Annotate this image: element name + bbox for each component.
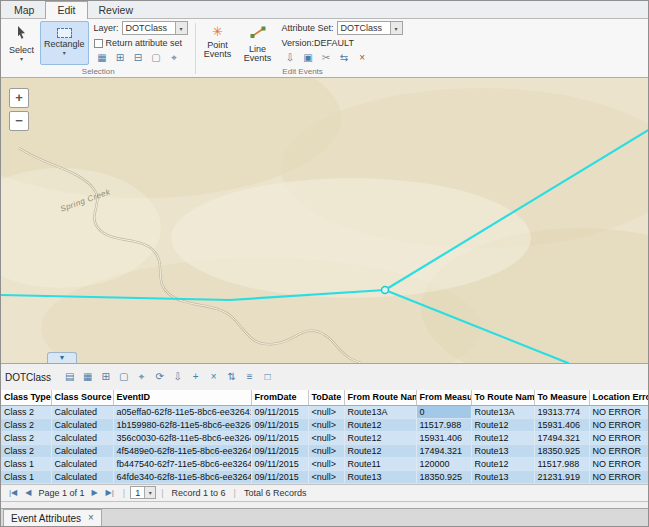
column-header[interactable]: FromDate: [251, 390, 308, 405]
next-page-button[interactable]: ▶: [87, 488, 101, 497]
select-button[interactable]: Select ▾: [5, 21, 38, 65]
table-cell[interactable]: Route13: [344, 470, 416, 483]
table-cell[interactable]: NO ERROR: [589, 405, 648, 418]
table-cell[interactable]: 0: [416, 405, 471, 418]
table-cell[interactable]: Route12: [344, 444, 416, 457]
table-cell[interactable]: fb447540-62f7-11e5-8bc6-ee32641d5ec9: [113, 457, 251, 470]
table-cell[interactable]: a05effa0-62f8-11e5-8bc6-ee32641d5ec9: [113, 405, 251, 418]
table-cell[interactable]: 09/11/2015: [251, 457, 308, 470]
previous-page-button[interactable]: ◀: [21, 488, 35, 497]
column-options-icon[interactable]: ≡: [241, 370, 258, 384]
chevron-down-icon[interactable]: ▾: [144, 487, 155, 498]
attribute-set-dropdown[interactable]: DOTClass ▾: [337, 21, 403, 35]
tab-edit[interactable]: Edit: [45, 1, 87, 19]
column-header[interactable]: To Route Name: [471, 390, 534, 405]
clear-selection-icon[interactable]: ▢: [148, 51, 165, 65]
table-cell[interactable]: 18350.925: [416, 470, 471, 483]
table-cell[interactable]: 120000: [416, 457, 471, 470]
table-cell[interactable]: 09/11/2015: [251, 418, 308, 431]
merge-events-icon[interactable]: ⇆: [336, 51, 353, 65]
table-cell[interactable]: Route11: [344, 457, 416, 470]
line-events-button[interactable]: Line Events: [239, 21, 277, 65]
tab-map[interactable]: Map: [3, 2, 45, 18]
remove-from-selection-icon[interactable]: ⊟: [130, 51, 147, 65]
refresh-icon[interactable]: ⟳: [151, 370, 168, 384]
save-edits-icon[interactable]: ⇩: [282, 51, 299, 65]
table-cell[interactable]: Calculated: [51, 418, 113, 431]
clear-selection-icon[interactable]: ▢: [115, 370, 132, 384]
column-header[interactable]: To Measure: [534, 390, 589, 405]
table-cell[interactable]: 18350.925: [534, 444, 589, 457]
table-cell[interactable]: Class 2: [1, 444, 51, 457]
column-header[interactable]: From Measure: [416, 390, 471, 405]
delete-record-icon[interactable]: ×: [205, 370, 222, 384]
point-events-button[interactable]: ✳ Point Events: [199, 21, 237, 65]
table-cell[interactable]: 15931.406: [416, 431, 471, 444]
table-cell[interactable]: 15931.406: [534, 418, 589, 431]
table-cell[interactable]: Calculated: [51, 431, 113, 444]
table-cell[interactable]: Route12: [471, 431, 534, 444]
table-row[interactable]: Class 2Calculateda05effa0-62f8-11e5-8bc6…: [1, 405, 648, 418]
event-attributes-tab[interactable]: Event Attributes ×: [3, 509, 102, 526]
tab-review[interactable]: Review: [88, 2, 144, 18]
map-view[interactable]: Spring Creek + − ▼: [1, 78, 648, 363]
table-cell[interactable]: 11517.988: [416, 418, 471, 431]
zoom-out-button[interactable]: −: [9, 111, 29, 131]
table-cell[interactable]: <null>: [308, 431, 344, 444]
table-cell[interactable]: 19313.774: [534, 405, 589, 418]
select-features-icon[interactable]: ▦: [94, 51, 111, 65]
table-cell[interactable]: 09/11/2015: [251, 405, 308, 418]
table-cell[interactable]: 11517.988: [534, 457, 589, 470]
table-cell[interactable]: Class 2: [1, 418, 51, 431]
table-cell[interactable]: <null>: [308, 418, 344, 431]
select-all-icon[interactable]: ⊞: [97, 370, 114, 384]
table-cell[interactable]: Class 2: [1, 405, 51, 418]
table-cell[interactable]: Route13: [471, 444, 534, 457]
column-header[interactable]: Class Source: [51, 390, 113, 405]
return-attribute-set-checkbox[interactable]: [94, 39, 103, 48]
show-all-records-icon[interactable]: ▤: [61, 370, 78, 384]
table-cell[interactable]: 64fde340-62f8-11e5-8bc6-ee32641d5ec9: [113, 470, 251, 483]
layer-dropdown[interactable]: DOTClass ▾: [122, 21, 188, 35]
table-cell[interactable]: 1b159980-62f8-11e5-8bc6-ee32641d5ec9: [113, 418, 251, 431]
table-cell[interactable]: NO ERROR: [589, 418, 648, 431]
table-cell[interactable]: Route13: [471, 470, 534, 483]
close-icon[interactable]: ×: [88, 513, 94, 523]
chevron-down-icon[interactable]: ▾: [175, 22, 187, 34]
table-cell[interactable]: Class 1: [1, 457, 51, 470]
table-cell[interactable]: 4f5489e0-62f8-11e5-8bc6-ee32641d5ec9: [113, 444, 251, 457]
table-cell[interactable]: Route13A: [471, 405, 534, 418]
table-cell[interactable]: NO ERROR: [589, 431, 648, 444]
column-header[interactable]: EventID: [113, 390, 251, 405]
zoom-in-button[interactable]: +: [9, 88, 29, 108]
table-cell[interactable]: Route12: [344, 431, 416, 444]
table-row[interactable]: Class 1Calculatedfb447540-62f7-11e5-8bc6…: [1, 457, 648, 470]
table-cell[interactable]: Route12: [471, 457, 534, 470]
zoom-to-selection-icon[interactable]: ⌖: [166, 51, 183, 65]
column-header[interactable]: Class Type: [1, 390, 51, 405]
table-cell[interactable]: Calculated: [51, 444, 113, 457]
add-record-icon[interactable]: +: [187, 370, 204, 384]
table-cell[interactable]: Class 1: [1, 470, 51, 483]
expand-panel-icon[interactable]: □: [259, 370, 276, 384]
sort-icon[interactable]: ⇅: [223, 370, 240, 384]
table-cell[interactable]: Calculated: [51, 405, 113, 418]
table-cell[interactable]: 17494.321: [534, 431, 589, 444]
add-to-selection-icon[interactable]: ⊞: [112, 51, 129, 65]
table-cell[interactable]: Calculated: [51, 457, 113, 470]
last-page-button[interactable]: ▶|: [102, 488, 118, 497]
page-number-dropdown[interactable]: 1 ▾: [130, 486, 156, 499]
table-cell[interactable]: 21231.919: [534, 470, 589, 483]
table-cell[interactable]: Route12: [344, 418, 416, 431]
chevron-down-icon[interactable]: ▾: [390, 22, 402, 34]
table-cell[interactable]: <null>: [308, 405, 344, 418]
column-header[interactable]: Location Error: [589, 390, 648, 405]
table-cell[interactable]: <null>: [308, 444, 344, 457]
table-cell[interactable]: 17494.321: [416, 444, 471, 457]
table-cell[interactable]: NO ERROR: [589, 470, 648, 483]
table-cell[interactable]: <null>: [308, 457, 344, 470]
table-cell[interactable]: <null>: [308, 470, 344, 483]
table-cell[interactable]: NO ERROR: [589, 444, 648, 457]
zoom-to-selection-icon[interactable]: ⌖: [133, 370, 150, 384]
save-icon[interactable]: ⇩: [169, 370, 186, 384]
